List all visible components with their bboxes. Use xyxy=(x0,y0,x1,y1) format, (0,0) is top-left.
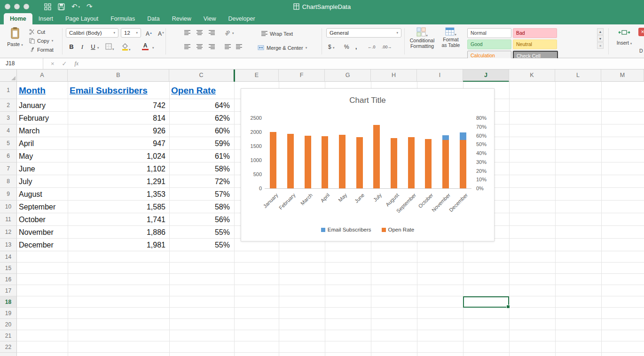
grid-cell[interactable]: 742 xyxy=(70,99,165,112)
align-right-icon[interactable] xyxy=(209,44,215,49)
grid-cell[interactable]: 926 xyxy=(70,124,165,137)
grid-cell[interactable]: 1,741 xyxy=(70,213,165,226)
row-header-14[interactable]: 14 xyxy=(0,251,17,263)
gallery-scroll-down-icon[interactable]: ▼ xyxy=(597,35,604,42)
insert-cells-button[interactable]: Insert ▾ xyxy=(612,27,636,46)
cell-style-good[interactable]: Good xyxy=(467,39,511,49)
grid-cell[interactable]: April xyxy=(19,137,64,150)
grid-cell[interactable]: 56% xyxy=(171,213,230,226)
row-header-22[interactable]: 22 xyxy=(0,341,17,353)
align-top-icon[interactable] xyxy=(184,30,190,35)
merge-center-button[interactable]: Merge & Center ▾ xyxy=(258,44,307,51)
grid-cell[interactable]: December xyxy=(19,239,64,251)
fill-handle[interactable] xyxy=(506,305,510,309)
chart-bar-open-rate[interactable] xyxy=(408,137,415,188)
chart-bar-open-rate[interactable] xyxy=(322,136,328,188)
gallery-scroll-up-icon[interactable]: ▲ xyxy=(597,28,604,35)
number-format-select[interactable]: General▾ xyxy=(326,28,401,38)
active-cell-selection[interactable] xyxy=(463,296,509,308)
column-header-b[interactable]: B xyxy=(68,70,169,82)
grid-cell[interactable]: October xyxy=(19,213,64,226)
grid-cell[interactable]: February xyxy=(19,112,64,124)
grid-cell[interactable]: 814 xyxy=(70,112,165,124)
chart-overlay[interactable]: Chart Title Email SubscribersOpen Rate 0… xyxy=(241,88,495,241)
chart-bar-open-rate[interactable] xyxy=(270,132,276,188)
italic-button[interactable]: I xyxy=(78,42,87,52)
column-header-g[interactable]: G xyxy=(325,70,371,82)
chart-bar-open-rate[interactable] xyxy=(339,135,346,188)
row-header-16[interactable]: 16 xyxy=(0,274,17,285)
column-header-j[interactable]: J xyxy=(463,70,509,82)
row-header-1[interactable]: 1 xyxy=(0,82,17,99)
grid-cell[interactable]: 57% xyxy=(171,188,230,201)
table-header-cell[interactable]: Month xyxy=(19,82,66,99)
grid-cell[interactable]: 62% xyxy=(171,112,230,124)
text-orientation-icon[interactable]: ab xyxy=(224,29,231,37)
row-header-12[interactable]: 12 xyxy=(0,226,17,239)
currency-format-button[interactable]: $ ▾ xyxy=(328,43,335,51)
row-header-13[interactable]: 13 xyxy=(0,239,17,251)
row-header-18[interactable]: 18 xyxy=(0,296,17,308)
grid-cell[interactable]: 1,291 xyxy=(70,175,165,188)
row-header-11[interactable]: 11 xyxy=(0,213,17,226)
legend-item[interactable]: Email Subscribers xyxy=(321,227,371,232)
comma-format-button[interactable]: , xyxy=(355,43,357,51)
decrease-indent-icon[interactable] xyxy=(225,44,231,49)
column-header-l[interactable]: L xyxy=(555,70,601,82)
increase-decimal-button[interactable]: ←.0 xyxy=(368,43,376,51)
chart-bar-open-rate[interactable] xyxy=(373,125,380,188)
cell-style-bad[interactable]: Bad xyxy=(513,28,557,38)
grid-cell[interactable]: 55% xyxy=(171,239,230,251)
grid-cell[interactable]: 55% xyxy=(171,226,230,239)
paste-button[interactable]: Paste ▾ xyxy=(3,27,27,48)
align-bottom-icon[interactable] xyxy=(209,30,215,35)
format-as-table-button[interactable]: ▾ Formatas Table xyxy=(438,27,463,48)
formula-input[interactable] xyxy=(79,58,644,69)
bold-button[interactable]: B xyxy=(67,42,76,52)
cell-style-neutral[interactable]: Neutral xyxy=(513,39,557,49)
gallery-more-icon[interactable]: ≡ xyxy=(597,42,604,49)
column-header-e[interactable]: E xyxy=(235,70,279,82)
chart-bar-open-rate[interactable] xyxy=(287,134,294,188)
align-center-icon[interactable] xyxy=(196,44,203,49)
column-header-m[interactable]: M xyxy=(601,70,644,82)
spreadsheet-grid[interactable]: Chart Title Email SubscribersOpen Rate 0… xyxy=(0,70,644,356)
borders-button[interactable]: ▾ xyxy=(105,43,114,51)
column-header-k[interactable]: K xyxy=(509,70,555,82)
align-left-icon[interactable] xyxy=(184,44,190,49)
row-header-8[interactable]: 8 xyxy=(0,175,17,188)
copy-button[interactable]: Copy ▾ xyxy=(29,37,54,44)
chart-bar-open-rate[interactable] xyxy=(425,139,432,188)
grid-cell[interactable]: June xyxy=(19,163,64,175)
increase-font-size-button[interactable]: A▲ xyxy=(143,28,155,38)
name-box[interactable]: J18 xyxy=(0,58,43,69)
underline-button[interactable]: U xyxy=(88,42,98,52)
cancel-icon[interactable]: × xyxy=(51,60,55,67)
grid-cell[interactable]: July xyxy=(19,175,64,188)
decrease-decimal-button[interactable]: .00→ xyxy=(382,43,392,51)
tab-formulas[interactable]: Formulas xyxy=(104,13,141,24)
fill-color-button[interactable]: ▾ xyxy=(121,43,131,52)
percent-format-button[interactable]: % xyxy=(344,43,349,51)
tab-data[interactable]: Data xyxy=(141,13,165,24)
row-header-10[interactable]: 10 xyxy=(0,201,17,213)
chart-bar-open-rate[interactable] xyxy=(305,136,311,189)
grid-cell[interactable]: September xyxy=(19,201,64,213)
align-middle-icon[interactable] xyxy=(196,30,203,35)
grid-cell[interactable]: 58% xyxy=(171,163,230,175)
cut-button[interactable]: Cut xyxy=(29,28,54,35)
conditional-formatting-button[interactable]: ▾ ConditionalFormatting xyxy=(408,27,436,49)
row-header-5[interactable]: 5 xyxy=(0,137,17,150)
row-header-6[interactable]: 6 xyxy=(0,150,17,163)
column-header-f[interactable]: F xyxy=(279,70,325,82)
grid-cell[interactable]: 1,024 xyxy=(70,150,165,163)
fx-icon[interactable]: fx xyxy=(75,60,79,67)
row-header-19[interactable]: 19 xyxy=(0,308,17,319)
grid-cell[interactable]: 72% xyxy=(171,175,230,188)
chart-bar-open-rate[interactable] xyxy=(460,140,466,188)
column-header-i[interactable]: I xyxy=(417,70,463,82)
table-header-cell[interactable]: Open Rate xyxy=(171,82,232,99)
enter-icon[interactable]: ✓ xyxy=(62,60,67,67)
tab-view[interactable]: View xyxy=(197,13,222,24)
chart-legend[interactable]: Email SubscribersOpen Rate xyxy=(241,227,494,232)
